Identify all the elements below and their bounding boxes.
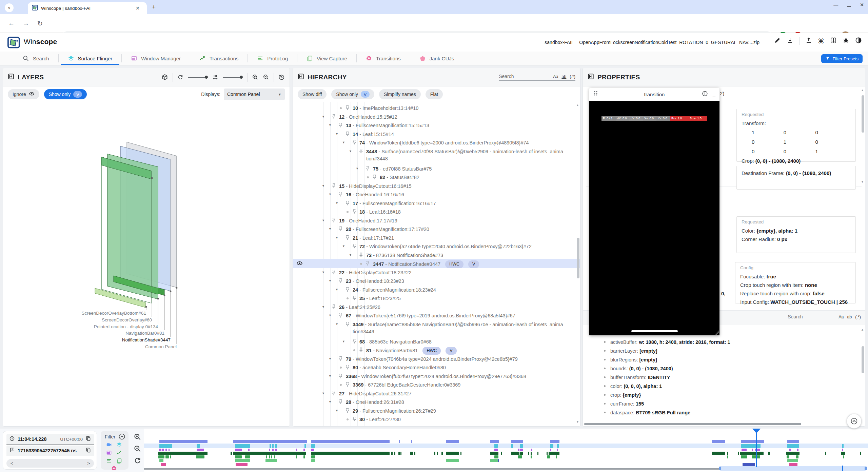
reload-icon[interactable]: ↻	[37, 20, 43, 27]
tree-row[interactable]: 80 - ace6abb SecondaryHomeHandle0#80	[293, 363, 580, 372]
trace-event-protolog[interactable]	[556, 455, 557, 458]
tree-row[interactable]: 3447 - NotificationShade#3447HWCV	[293, 259, 580, 268]
trace-event-surface-flinger[interactable]	[511, 444, 513, 448]
tree-row[interactable]: ▼74 - WindowToken{fdddbe6 type=2000 andr…	[293, 138, 580, 147]
properties-tree-scrollbar[interactable]	[862, 346, 864, 373]
pin-icon[interactable]	[345, 131, 350, 137]
pin-icon[interactable]	[352, 339, 357, 345]
trace-event-window-manager[interactable]	[752, 449, 753, 451]
collapse-panel-icon[interactable]	[298, 73, 304, 81]
download-icon[interactable]	[787, 37, 793, 45]
expand-arrow-icon[interactable]: ▼	[349, 253, 352, 257]
expand-arrow-icon[interactable]: ▼	[329, 357, 332, 360]
trace-event-protolog[interactable]	[158, 455, 164, 458]
properties-scrollbar[interactable]	[862, 95, 864, 133]
expand-arrow-icon[interactable]: ▼	[329, 227, 332, 231]
tree-row[interactable]: 30 - Leaf:26:27#30	[293, 415, 580, 424]
trace-event-transactions[interactable]	[394, 452, 395, 455]
rotation-slider[interactable]	[188, 76, 208, 79]
expand-arrow-icon[interactable]: ▼	[335, 132, 338, 136]
pin-icon[interactable]	[366, 166, 371, 172]
pin-icon[interactable]	[332, 183, 337, 189]
expand-arrow-icon[interactable]: ▼	[322, 392, 325, 395]
tree-row[interactable]: 25 - Leaf:18:23#25	[293, 294, 580, 302]
match-word-icon[interactable]: ab	[561, 74, 566, 79]
trace-event-window-manager[interactable]	[520, 449, 523, 451]
property-row[interactable]: bounds: (0, 0) - (1080, 2400)	[604, 366, 673, 371]
pin-icon[interactable]	[345, 382, 350, 388]
trace-event-protolog[interactable]	[245, 455, 250, 458]
trace-event-window-manager[interactable]	[159, 449, 161, 451]
trace-event-window-manager[interactable]	[797, 449, 798, 451]
trace-event-view-capture[interactable]	[311, 459, 315, 462]
pin-icon[interactable]	[338, 313, 343, 319]
trace-event-screen-recording[interactable]	[787, 440, 799, 443]
pin-icon[interactable]	[338, 278, 343, 284]
trace-event-window-manager[interactable]	[165, 449, 167, 451]
show-diff-chip[interactable]: Show diff	[298, 89, 327, 99]
trace-event-transactions[interactable]	[825, 452, 826, 455]
tree-row[interactable]: ▼26 - Leaf:24:25#26	[293, 302, 580, 311]
trace-event-transactions[interactable]	[441, 452, 443, 455]
trace-event-protolog[interactable]	[796, 455, 798, 458]
trace-event-protolog[interactable]	[531, 455, 532, 458]
trace-event-surface-flinger[interactable]	[304, 444, 306, 448]
collapse-filter-icon[interactable]	[119, 433, 125, 440]
layer-label[interactable]: ScreenDecorOverlay#60	[102, 317, 152, 322]
trace-event-surface-flinger[interactable]	[311, 444, 315, 448]
trace-event-surface-flinger[interactable]	[796, 444, 799, 448]
tree-row[interactable]: ▼12 - OneHanded:15:15#12	[293, 112, 580, 121]
regex-icon[interactable]: (.*)	[855, 315, 861, 319]
trace-event-window-manager[interactable]	[303, 449, 305, 451]
trace-event-transactions[interactable]	[311, 452, 390, 455]
tab-search[interactable]: Search	[14, 52, 58, 65]
pin-icon[interactable]	[359, 252, 364, 258]
zoom-out-icon[interactable]	[134, 445, 141, 453]
hierarchy-search-input[interactable]	[499, 74, 550, 79]
expand-arrow-icon[interactable]: ▼	[329, 123, 332, 127]
trace-event-protolog[interactable]	[235, 455, 242, 458]
layers-3d-canvas[interactable]: ScreenDecorOverlayBottom#61ScreenDecorOv…	[3, 102, 290, 427]
trace-event-transactions[interactable]	[841, 452, 845, 455]
tree-row[interactable]: ▼67 - WindowToken{e5176f9 type=2019 andr…	[293, 311, 580, 320]
trace-event-transactions[interactable]	[412, 452, 413, 455]
match-case-icon[interactable]: Aa	[553, 74, 558, 79]
trace-event-view-capture[interactable]	[235, 459, 250, 462]
trace-event-surface-flinger[interactable]	[270, 444, 271, 448]
scroll-up-icon[interactable]: ▲	[861, 88, 864, 92]
expand-arrow-icon[interactable]: ▼	[329, 193, 332, 196]
layer-label[interactable]: NavigationBar0#81	[125, 331, 164, 336]
trace-event-transitions[interactable]	[161, 463, 166, 466]
zoom-out-icon[interactable]	[263, 74, 269, 80]
tab-close-icon[interactable]: ✕	[136, 5, 140, 11]
trace-event-window-manager[interactable]	[311, 449, 314, 451]
trace-event-window-manager[interactable]	[296, 449, 297, 451]
trace-event-protolog[interactable]	[311, 455, 315, 458]
property-row[interactable]: currFrame: 155	[604, 401, 644, 407]
window-maximize-icon[interactable]	[847, 3, 851, 7]
expand-arrow-icon[interactable]: ▼	[322, 219, 325, 222]
regex-icon[interactable]: (.*)	[570, 74, 575, 79]
trace-event-surface-flinger[interactable]	[494, 444, 498, 448]
expand-arrow-icon[interactable]: ▼	[335, 201, 338, 205]
trace-event-view-capture[interactable]	[490, 459, 498, 462]
expand-arrow-icon[interactable]: ▼	[322, 305, 325, 309]
expand-arrow-icon[interactable]: ▼	[335, 409, 338, 412]
expand-arrow-icon[interactable]: ▼	[349, 150, 352, 153]
trace-event-view-capture[interactable]	[498, 459, 499, 462]
pin-icon[interactable]	[352, 416, 357, 422]
pin-icon[interactable]	[332, 304, 337, 310]
property-row[interactable]: dataspace: BT709 sRGB Full range	[604, 410, 690, 415]
tree-row[interactable]: ▼19 - OneHanded:17:17#19	[293, 216, 580, 225]
pin-icon[interactable]	[338, 399, 343, 405]
properties-search[interactable]: Aa ab (.*)	[788, 314, 861, 321]
tab-transactions[interactable]: Transactions	[190, 52, 248, 65]
trace-event-protolog[interactable]	[274, 455, 275, 458]
trace-event-window-manager[interactable]	[550, 449, 551, 451]
tree-row[interactable]: ▼68 - 885b63e NavigationBar0#68	[293, 337, 580, 346]
upload-icon[interactable]	[805, 37, 812, 45]
tree-row[interactable]: ▼3448 - Surface(name=ed70f88 StatusBar)/…	[293, 147, 580, 164]
trace-event-transactions[interactable]	[400, 452, 401, 455]
trace-event-screen-recording[interactable]	[311, 440, 390, 443]
trace-event-window-manager[interactable]	[269, 449, 270, 451]
